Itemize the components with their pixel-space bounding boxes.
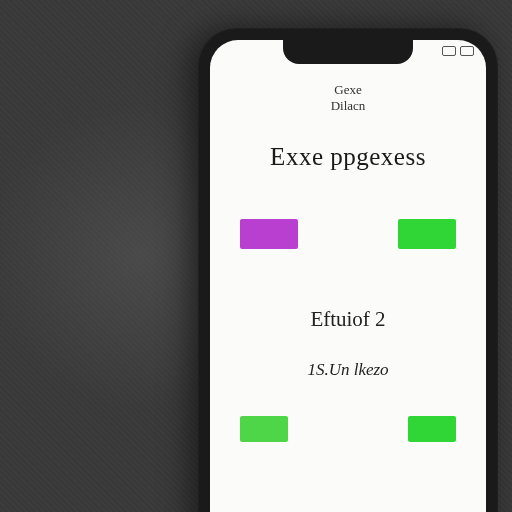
brand-line1: Gexe bbox=[210, 82, 486, 98]
page-title: Exxe ppgexess bbox=[210, 143, 486, 171]
brand-line2: Dilacn bbox=[210, 98, 486, 114]
phone-screen: Gexe Dilacn Exxe ppgexess Eftuiof 2 1S.U… bbox=[210, 40, 486, 512]
phone-notch bbox=[283, 40, 413, 64]
screen-content: Gexe Dilacn Exxe ppgexess Eftuiof 2 1S.U… bbox=[210, 40, 486, 442]
category-block-green[interactable] bbox=[398, 219, 456, 249]
battery-icon bbox=[460, 46, 474, 56]
block-row-1 bbox=[210, 219, 486, 249]
category-block-green-2[interactable] bbox=[240, 416, 288, 442]
brand-label: Gexe Dilacn bbox=[210, 82, 486, 113]
block-row-2 bbox=[210, 416, 486, 442]
category-block-purple[interactable] bbox=[240, 219, 298, 249]
phone-frame: Gexe Dilacn Exxe ppgexess Eftuiof 2 1S.U… bbox=[198, 28, 498, 512]
detail-text: 1S.Un lkezo bbox=[210, 360, 486, 380]
status-bar bbox=[442, 46, 474, 56]
section-label: Eftuiof 2 bbox=[210, 307, 486, 332]
category-block-green-3[interactable] bbox=[408, 416, 456, 442]
signal-icon bbox=[442, 46, 456, 56]
